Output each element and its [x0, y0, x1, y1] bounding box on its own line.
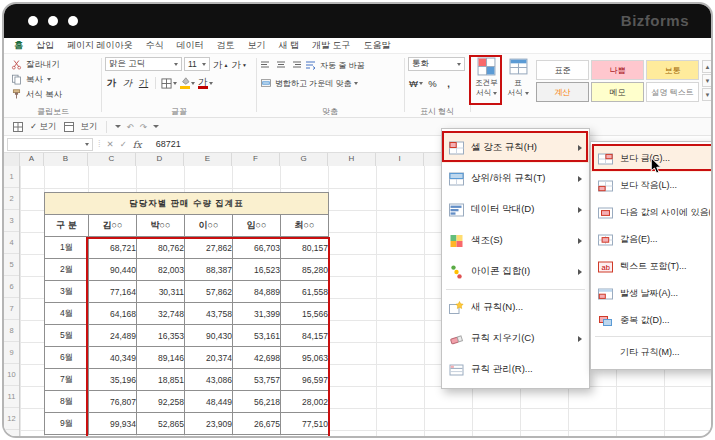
comma-button[interactable]: ,	[442, 76, 455, 90]
gallery-more-icon[interactable]: ▼	[702, 88, 713, 101]
column-header-B[interactable]: B	[44, 153, 88, 166]
redo-button[interactable]: ↷	[140, 122, 147, 132]
table-header-cell[interactable]: 이○○	[185, 215, 233, 237]
menu-item-9[interactable]: 기타 규칙(M)...	[591, 339, 713, 366]
column-header-I[interactable]: I	[376, 153, 424, 166]
value-cell[interactable]: 52,865	[137, 413, 185, 435]
menu-item-7[interactable]: 새 규칙(N)...	[442, 292, 589, 323]
percent-button[interactable]: %	[426, 76, 439, 90]
column-header-H[interactable]: H	[328, 153, 376, 166]
borders-button[interactable]	[161, 76, 177, 90]
value-cell[interactable]: 53,161	[233, 325, 281, 347]
more-commands-icon[interactable]	[153, 125, 159, 128]
menu-tab-10[interactable]: 도움말	[364, 39, 391, 52]
menu-tab-3[interactable]: 페이지 레이아웃	[67, 39, 133, 52]
value-cell[interactable]: 68,721	[89, 237, 137, 259]
value-cell[interactable]: 77,164	[89, 281, 137, 303]
value-cell[interactable]: 31,399	[233, 303, 281, 325]
cell-style-2[interactable]: 나쁨	[591, 60, 644, 80]
font-size-select[interactable]: 11	[184, 57, 210, 71]
value-cell[interactable]: 48,449	[185, 391, 233, 413]
month-cell[interactable]: 4월	[45, 303, 89, 325]
column-header-E[interactable]: E	[184, 153, 232, 166]
menu-item-4[interactable]: 색조(S)	[442, 225, 589, 256]
table-header-cell[interactable]: 최○○	[281, 215, 329, 237]
row-header-3[interactable]: 3	[4, 210, 19, 232]
month-cell[interactable]: 5월	[45, 325, 89, 347]
value-cell[interactable]: 88,387	[185, 259, 233, 281]
cell-style-1[interactable]: 표준	[536, 60, 589, 80]
align-left-icon[interactable]	[260, 59, 272, 71]
window-dot-2[interactable]	[48, 16, 58, 26]
currency-button[interactable]: ₩	[409, 76, 423, 90]
value-cell[interactable]: 27,862	[185, 237, 233, 259]
row-header-4[interactable]: 4	[4, 232, 19, 254]
value-cell[interactable]: 80,762	[137, 237, 185, 259]
name-box[interactable]	[7, 138, 93, 151]
menu-item-2[interactable]: 상위/하위 규칙(T)	[442, 163, 589, 194]
formula-input[interactable]: 68721	[156, 139, 181, 149]
bold-button[interactable]: 가	[105, 76, 118, 90]
gallery-scroll-up-icon[interactable]: ▲	[702, 60, 713, 73]
row-header-12[interactable]: 12	[4, 408, 19, 430]
menu-tab-2[interactable]: 삽입	[36, 39, 54, 52]
menu-tab-6[interactable]: 검토	[217, 39, 235, 52]
value-cell[interactable]: 30,311	[137, 281, 185, 303]
format-painter-button[interactable]: 서식 복사	[10, 88, 62, 101]
cell-style-4[interactable]: 계산	[536, 82, 589, 102]
menu-tab-9[interactable]: 개발 도구	[312, 39, 351, 52]
wrap-text-button[interactable]: 자동 줄 바꿈	[320, 60, 364, 71]
undo-button[interactable]: ↶	[127, 122, 134, 132]
menu-item-7[interactable]: 중복 값(D)...	[591, 307, 713, 334]
row-header-1[interactable]: 1	[4, 166, 19, 188]
column-header-G[interactable]: G	[280, 153, 328, 166]
shrink-font-button[interactable]: 가▼	[231, 58, 246, 72]
value-cell[interactable]: 80,157	[281, 237, 329, 259]
menu-tab-1[interactable]: 홈	[14, 39, 23, 52]
value-cell[interactable]: 82,003	[137, 259, 185, 281]
value-cell[interactable]: 90,430	[185, 325, 233, 347]
enter-icon[interactable]: ✓	[120, 139, 127, 149]
column-header-D[interactable]: D	[136, 153, 184, 166]
value-cell[interactable]: 20,374	[185, 347, 233, 369]
value-cell[interactable]: 24,489	[89, 325, 137, 347]
value-cell[interactable]: 26,675	[233, 413, 281, 435]
gallery-scroll-down-icon[interactable]: ▼	[702, 74, 713, 87]
cell-style-6[interactable]: 설명 텍스트	[646, 82, 699, 102]
value-cell[interactable]: 76,807	[89, 391, 137, 413]
menu-item-3[interactable]: 다음 값의 사이에 있음(B)...	[591, 199, 713, 226]
menu-item-1[interactable]: 셀 강조 규칙(H)	[442, 132, 589, 163]
value-cell[interactable]: 32,748	[137, 303, 185, 325]
value-cell[interactable]: 90,440	[89, 259, 137, 281]
value-cell[interactable]: 35,196	[89, 369, 137, 391]
value-cell[interactable]: 84,157	[281, 325, 329, 347]
row-header-5[interactable]: 5	[4, 254, 19, 276]
menu-item-3[interactable]: 데이터 막대(D)	[442, 194, 589, 225]
row-header-8[interactable]: 8	[4, 320, 19, 342]
row-header-9[interactable]: 9	[4, 342, 19, 364]
month-cell[interactable]: 3월	[45, 281, 89, 303]
view-check-2[interactable]: 보기	[81, 121, 98, 133]
value-cell[interactable]: 99,934	[89, 413, 137, 435]
month-cell[interactable]: 2월	[45, 259, 89, 281]
underline-button[interactable]: 가	[137, 76, 150, 90]
column-header-F[interactable]: F	[232, 153, 280, 166]
cut-button[interactable]: 잘라내기	[10, 58, 60, 71]
menu-tab-5[interactable]: 데이터	[177, 39, 204, 52]
value-cell[interactable]: 56,218	[233, 391, 281, 413]
table-header-cell[interactable]: 구 분	[45, 215, 89, 237]
menu-item-9[interactable]: 규칙 관리(R)...	[442, 354, 589, 385]
number-format-select[interactable]: 통화	[408, 57, 465, 71]
select-all-corner[interactable]	[4, 153, 20, 166]
value-cell[interactable]: 84,889	[233, 281, 281, 303]
grid-view-icon[interactable]	[12, 121, 24, 133]
font-color-button[interactable]: 가	[198, 76, 213, 90]
value-cell[interactable]: 28,002	[281, 391, 329, 413]
value-cell[interactable]: 96,597	[281, 369, 329, 391]
menu-item-8[interactable]: 규칙 지우기(C)	[442, 323, 589, 354]
italic-button[interactable]: 가	[121, 76, 134, 90]
value-cell[interactable]: 42,698	[233, 347, 281, 369]
row-header-7[interactable]: 7	[4, 298, 19, 320]
value-cell[interactable]: 66,703	[233, 237, 281, 259]
value-cell[interactable]: 61,558	[281, 281, 329, 303]
